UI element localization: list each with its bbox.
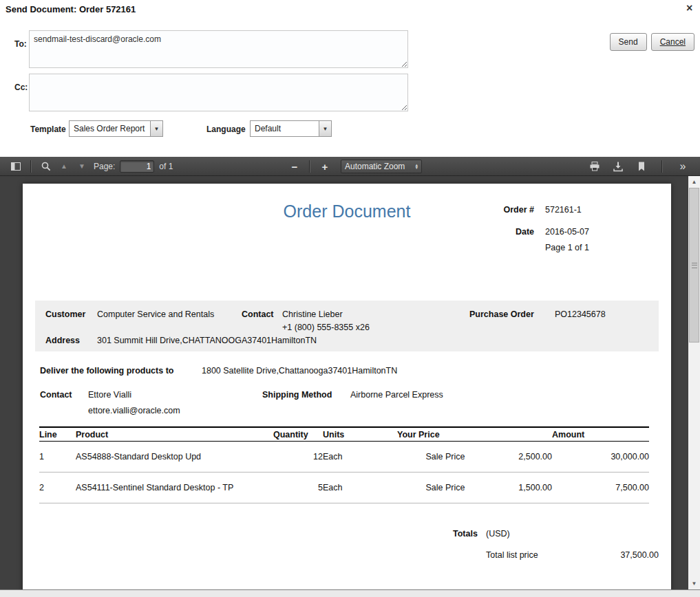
language-select-value: Default	[251, 121, 319, 136]
order-number: 572161-1	[545, 205, 582, 215]
cell-product: AS54111-Sentinel Standard Desktop - TP	[76, 473, 273, 503]
zoom-select[interactable]: Automatic Zoom ▴▾	[341, 160, 422, 173]
ship-contact-name: Ettore Vialli	[88, 390, 131, 400]
action-buttons: Send Cancel	[610, 33, 694, 51]
print-icon[interactable]	[586, 158, 604, 175]
cc-label: Cc:	[14, 83, 28, 92]
toolbar-separator	[309, 160, 310, 173]
cc-input[interactable]	[29, 74, 408, 111]
cell-quantity: 12	[273, 442, 323, 473]
total-list-price-value: 37,500.00	[546, 550, 659, 560]
table-row: 2 AS54111-Sentinel Standard Desktop - TP…	[39, 473, 649, 503]
totals-currency: (USD)	[486, 529, 510, 539]
contact-label: Contact	[242, 310, 274, 319]
search-icon[interactable]	[37, 158, 55, 175]
col-quantity: Quantity	[273, 427, 323, 442]
cell-quantity: 5	[273, 473, 323, 503]
address-label: Address	[45, 336, 80, 345]
pdf-scrollbar[interactable]: ▲ ▼	[688, 176, 700, 589]
date-value: 2016-05-07	[545, 227, 589, 237]
sidebar-toggle-icon[interactable]	[7, 158, 25, 175]
template-select[interactable]: Sales Order Report ▼	[69, 120, 163, 137]
col-your-price: Your Price	[397, 427, 552, 442]
send-document-dialog: Send Document: Order 572161 × To: sendma…	[0, 0, 700, 597]
page-info: Page 1 of 1	[545, 243, 589, 252]
cell-price: 1,500.00	[494, 473, 552, 503]
customer-value: Computer Service and Rentals	[97, 310, 214, 319]
pdf-content-area: Order Document Order # 572161-1 Date 201…	[0, 176, 700, 589]
cell-product: AS54888-Standard Desktop Upd	[76, 442, 273, 473]
send-button[interactable]: Send	[610, 33, 647, 51]
ship-contact-email: ettore.vialli@oracle.com	[88, 406, 180, 415]
col-product: Product	[76, 427, 273, 442]
table-row: 1 AS54888-Standard Desktop Upd 12 Each S…	[39, 442, 649, 473]
window-bottom-strip	[0, 589, 700, 597]
more-tools-icon[interactable]: »	[674, 158, 692, 175]
shipping-method-value: Airborne Parcel Express	[350, 390, 443, 400]
customer-label: Customer	[45, 310, 85, 319]
scrollbar-grip	[692, 263, 697, 268]
cell-line: 1	[39, 442, 76, 473]
chevron-down-icon: ▼	[319, 121, 331, 136]
contact-phone: +1 (800) 555-8355 x26	[282, 323, 370, 332]
shipping-method-label: Shipping Method	[262, 390, 332, 400]
cancel-button[interactable]: Cancel	[651, 33, 694, 51]
scrollbar-thumb[interactable]	[689, 188, 699, 343]
toolbar-separator	[30, 160, 32, 173]
address-value: 301 Summit Hill Drive,CHATTANOOGA37401Ha…	[97, 336, 317, 345]
template-select-value: Sales Order Report	[70, 121, 150, 136]
language-label: Language	[206, 124, 246, 134]
scroll-up-icon[interactable]: ▲	[688, 176, 700, 188]
cell-price-type: Sale Price	[397, 473, 494, 503]
page-input[interactable]	[120, 160, 154, 173]
zoom-select-value: Automatic Zoom	[345, 162, 405, 171]
pdf-toolbar: ▲ ▼ Page: of 1 − + Automatic Zoom ▴▾	[0, 157, 700, 176]
cell-units: Each	[323, 473, 397, 503]
to-input[interactable]: sendmail-test-discard@oracle.com	[29, 30, 408, 68]
total-list-price-label: Total list price	[486, 550, 538, 560]
purchase-order-value: PO12345678	[555, 310, 606, 319]
col-units: Units	[323, 427, 397, 442]
col-amount: Amount	[552, 427, 649, 442]
chevron-down-icon: ▼	[150, 121, 162, 136]
col-line: Line	[39, 427, 76, 442]
dialog-title: Send Document: Order 572161	[6, 4, 136, 14]
language-select[interactable]: Default ▼	[250, 120, 332, 137]
to-label: To:	[14, 39, 27, 49]
pdf-viewer: ▲ ▼ Page: of 1 − + Automatic Zoom ▴▾	[0, 157, 700, 589]
zoom-controls: − + Automatic Zoom ▴▾	[286, 157, 422, 176]
select-carets-icon: ▴▾	[415, 164, 418, 169]
order-number-label: Order #	[408, 205, 534, 215]
purchase-order-label: Purchase Order	[469, 310, 534, 319]
previous-page-icon[interactable]: ▲	[55, 158, 73, 175]
download-icon[interactable]	[609, 158, 627, 175]
cell-price-type: Sale Price	[397, 442, 494, 473]
page-label: Page:	[94, 162, 115, 171]
toolbar-right-group: »	[586, 157, 692, 176]
date-label: Date	[408, 227, 534, 237]
deliver-label: Deliver the following products to	[40, 366, 173, 376]
deliver-address: 1800 Satellite Drive,Chattanooga37401Ham…	[202, 366, 397, 376]
template-label: Template	[30, 124, 66, 134]
totals-label: Totals	[453, 529, 478, 539]
cell-amount: 7,500.00	[552, 473, 649, 503]
table-header-row: Line Product Quantity Units Your Price A…	[39, 427, 649, 442]
ship-contact-label: Contact	[40, 390, 72, 400]
scroll-down-icon[interactable]: ▼	[688, 578, 700, 589]
contact-name: Christine Lieber	[282, 310, 343, 319]
next-page-icon[interactable]: ▼	[73, 158, 91, 175]
cell-price: 2,500.00	[494, 442, 552, 473]
toolbar-separator	[661, 160, 663, 173]
pdf-page: Order Document Order # 572161-1 Date 201…	[23, 184, 671, 589]
cell-amount: 30,000.00	[552, 442, 649, 473]
close-icon[interactable]: ×	[686, 3, 692, 14]
zoom-in-icon[interactable]: +	[316, 158, 334, 175]
cell-line: 2	[39, 473, 76, 503]
page-count: of 1	[159, 162, 173, 171]
customer-section: Customer Computer Service and Rentals Co…	[35, 301, 659, 351]
cell-units: Each	[323, 442, 397, 473]
zoom-out-icon[interactable]: −	[286, 158, 304, 175]
bookmark-icon[interactable]	[633, 158, 650, 175]
line-items-table: Line Product Quantity Units Your Price A…	[39, 426, 649, 503]
